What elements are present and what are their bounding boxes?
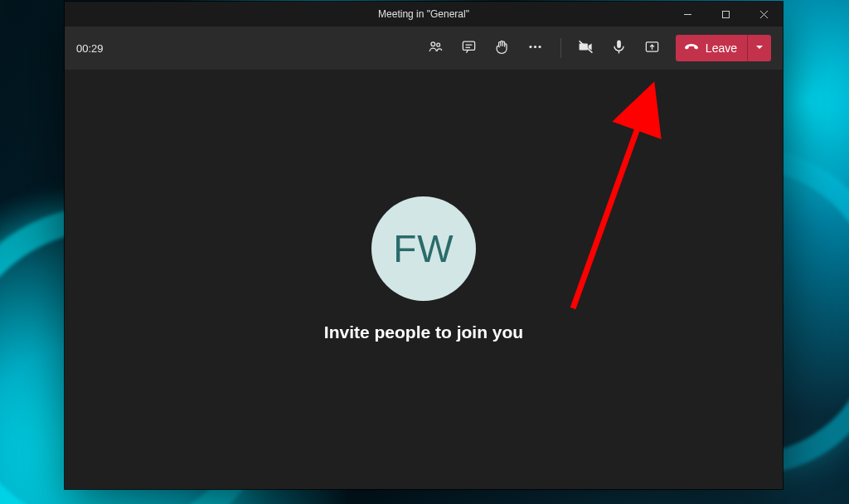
svg-line-16	[573, 91, 651, 308]
annotation-arrow	[541, 76, 740, 325]
more-options-icon	[527, 39, 543, 58]
svg-rect-1	[722, 11, 729, 17]
leave-label: Leave	[706, 41, 737, 55]
meeting-stage: FW Invite people to join you	[65, 70, 783, 489]
svg-point-10	[534, 45, 536, 47]
people-icon	[428, 39, 444, 58]
toolbar-separator	[560, 38, 561, 58]
svg-point-4	[431, 41, 435, 46]
avatar: FW	[371, 196, 476, 301]
hang-up-icon	[684, 40, 699, 57]
meeting-toolbar: 00:29	[65, 27, 783, 70]
svg-rect-13	[617, 40, 621, 48]
svg-point-5	[437, 43, 440, 46]
maximize-button[interactable]	[706, 2, 745, 27]
raise-hand-icon	[494, 39, 510, 58]
microphone-toggle-button[interactable]	[604, 33, 634, 63]
raise-hand-button[interactable]	[488, 33, 517, 63]
leave-button[interactable]: Leave	[676, 35, 747, 61]
chat-icon	[461, 39, 477, 58]
minimize-button[interactable]	[668, 2, 706, 27]
microphone-icon	[611, 39, 627, 58]
people-button[interactable]	[421, 33, 451, 63]
meeting-timer: 00:29	[76, 42, 104, 55]
svg-point-9	[530, 45, 532, 47]
close-button[interactable]	[745, 2, 783, 27]
share-screen-button[interactable]	[638, 33, 667, 63]
camera-off-icon	[578, 39, 594, 58]
svg-point-11	[539, 45, 541, 47]
chevron-down-icon	[754, 41, 764, 56]
svg-rect-6	[463, 41, 475, 50]
leave-control: Leave	[676, 35, 771, 61]
camera-toggle-button[interactable]	[571, 33, 601, 63]
teams-meeting-window: Meeting in "General" 00:29	[65, 2, 783, 489]
more-options-button[interactable]	[521, 33, 551, 63]
toolbar-icon-group	[421, 33, 667, 63]
invite-prompt: Invite people to join you	[324, 322, 523, 342]
window-controls	[668, 2, 783, 27]
share-screen-icon	[644, 39, 660, 58]
chat-button[interactable]	[454, 33, 484, 63]
leave-options-button[interactable]	[747, 35, 771, 61]
titlebar: Meeting in "General"	[65, 2, 783, 27]
avatar-initials: FW	[393, 226, 454, 271]
